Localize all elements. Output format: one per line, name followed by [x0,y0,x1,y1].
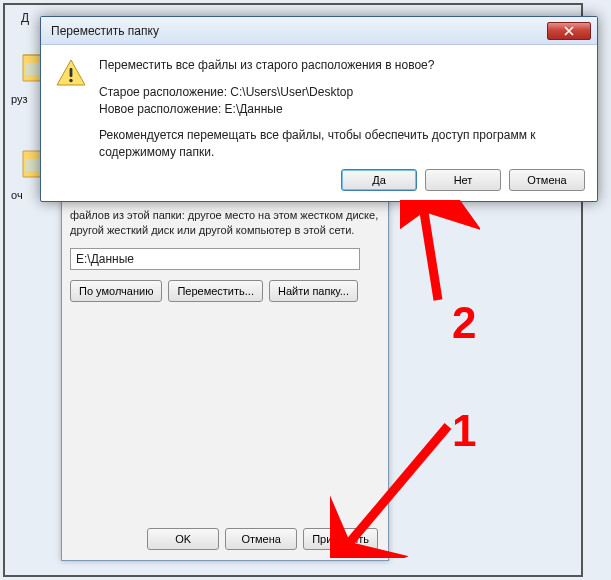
new-location: Новое расположение: E:\Данные [99,101,581,118]
old-location: Старое расположение: C:\Users\User\Deskt… [99,84,581,101]
arrow-2-icon [400,200,480,310]
path-input[interactable]: E:\Данные [70,248,360,270]
no-button[interactable]: Нет [425,169,501,191]
bg-label-2: оч [11,189,23,201]
move-button[interactable]: Переместить... [168,280,263,302]
recommendation-text: Рекомендуется перемещать все файлы, чтоб… [99,127,581,161]
svg-point-3 [69,79,72,82]
annotation-2: 2 [452,298,476,348]
annotation-1: 1 [452,406,476,456]
ok-button[interactable]: OK [147,528,219,550]
cancel-button[interactable]: Отмена [225,528,297,550]
bg-label-1: руз [11,93,28,105]
svg-rect-2 [70,68,73,77]
yes-button[interactable]: Да [341,169,417,191]
dialog-title: Переместить папку [51,24,547,38]
arrow-1-icon [330,418,460,558]
default-button[interactable]: По умолчанию [70,280,162,302]
warning-icon [55,57,87,89]
dialog-question: Переместить все файлы из старого располо… [99,57,581,74]
find-folder-button[interactable]: Найти папку... [269,280,358,302]
dialog-cancel-button[interactable]: Отмена [509,169,585,191]
move-folder-dialog: Переместить папку Переместить все файлы … [40,16,598,202]
help-text: файлов из этой папки: другое место на эт… [70,208,382,238]
dialog-titlebar[interactable]: Переместить папку [41,17,597,45]
path-value: E:\Данные [76,252,134,266]
partial-heading: Д [21,11,29,25]
close-icon[interactable] [547,22,591,40]
